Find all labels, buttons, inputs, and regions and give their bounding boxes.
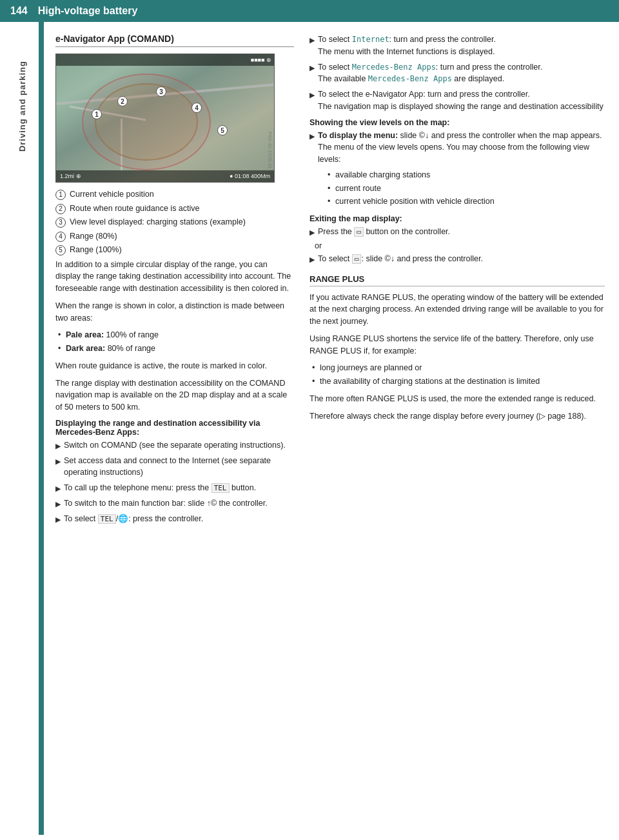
legend-text: Range (80%) [70,231,117,243]
colored-term: Mercedes-Benz Apps [352,63,436,72]
legend-num: 1 [55,190,66,200]
range-plus-section: If you activate RANGE PLUS, the operatin… [310,292,605,423]
legend-text: View level displayed: charging stations … [70,217,246,228]
step-text: Set access data and connect to the Inter… [64,455,294,479]
or-divider: or [315,241,605,250]
arrow-icon: ▶ [310,131,315,142]
tel-code: TEL [98,514,116,524]
main-layout: Driving and parking e-Navigator App (COM… [0,22,619,835]
right-steps-container: ▶To select Internet: turn and press the … [310,34,605,113]
step-text: To call up the telephone menu: press the… [64,482,294,494]
view-level-item: current route [325,183,605,195]
step-text: To switch to the main function bar: slid… [64,497,294,510]
range-plus-para1: If you activate RANGE PLUS, the operatin… [310,292,605,328]
legend-item: 2Route when route guidance is active [55,203,294,215]
legend-num: 2 [55,204,66,214]
colored-term2: Mercedes-Benz Apps [368,74,452,83]
legend-num: 4 [55,232,66,242]
right-column: ▶To select Internet: turn and press the … [310,34,605,528]
left-step-item: ▶To switch to the main function bar: sli… [55,497,294,510]
right-step-item: ▶To select the e-Navigator App: turn and… [310,88,605,113]
map-inner: 1 2 3 4 5 ■■■■ ⊕ 1.2mi ⊕ ● 01:08 400Mm [56,54,274,182]
nav-map-image: 1 2 3 4 5 ■■■■ ⊕ 1.2mi ⊕ ● 01:08 400Mm [55,54,275,183]
legend-item: 3View level displayed: charging stations… [55,217,294,228]
map-num-4: 4 [192,103,202,113]
exit-step-2: ▶ To select ▭: slide ©↓ and press the co… [310,253,605,265]
range-plus-bullet-list: long journeys are planned orthe availabi… [310,362,605,388]
sidebar-label: Driving and parking [17,61,27,152]
legend-text: Route when route guidance is active [70,203,200,215]
step-content: To select Mercedes-Benz Apps: turn and p… [318,61,605,86]
section-title: e-Navigator App (COMAND) [55,34,294,47]
arrow-icon: ▶ [55,514,61,525]
para4: The range display with destination acces… [55,377,294,414]
arrow-icon: ▶ [310,35,315,46]
arrow-icon: ▶ [55,499,61,510]
arrow-icon: ▶ [310,90,315,101]
bullet-pale: Pale area: 100% of range [55,329,294,341]
left-step-item: ▶To call up the telephone menu: press th… [55,482,294,494]
left-step-item: ▶Set access data and connect to the Inte… [55,455,294,479]
legend-item: 4Range (80%) [55,231,294,243]
legend-item: 1Current vehicle position [55,189,294,201]
step-text: To select TEL/🌐: press the controller. [64,513,294,525]
arrow-icon-exit1: ▶ [310,227,315,238]
exit-text-2: To select ▭: slide ©↓ and press the cont… [318,253,605,265]
map-num-5: 5 [217,125,228,135]
bullet-dark: Dark area: 80% of range [55,343,294,355]
map-num-1: 1 [92,109,102,119]
para3: When route guidance is active, the route… [55,360,294,372]
sidebar: Driving and parking [0,22,44,835]
dark-label: Dark area: [66,344,105,353]
legend-text: Range (100%) [70,245,122,256]
legend-num: 3 [55,217,66,228]
range-plus-bullet: long journeys are planned or [310,362,605,374]
heading-exit: Exiting the map display: [310,214,605,223]
two-column-layout: e-Navigator App (COMAND) 1 [55,34,605,528]
display-menu-label: To display the menu: [318,131,398,140]
heading-map: Showing the view levels on the map: [310,118,605,127]
left-column: e-Navigator App (COMAND) 1 [55,34,294,528]
exit-step-1: ▶ Press the ▭ button on the controller. [310,226,605,238]
view-level-item: available charging stations [325,169,605,181]
arrow-icon-exit2: ▶ [310,254,315,265]
range-plus-para3: The more often RANGE PLUS is used, the m… [310,393,605,405]
right-step-item: ▶To select Mercedes-Benz Apps: turn and … [310,61,605,86]
main-content: e-Navigator App (COMAND) 1 [44,22,619,835]
legend-num: 5 [55,245,66,255]
map-top-bar: ■■■■ ⊕ [56,54,274,66]
para1: In addition to a simple circular display… [55,259,294,295]
para2: When the range is shown in color, a dist… [55,300,294,325]
range-plus-para4: Therefore always check the range display… [310,410,605,423]
pale-label: Pale area: [66,330,104,339]
range-plus-heading: RANGE PLUS [310,274,605,286]
page-number: 144 [10,5,28,17]
subheading1: Displaying the range and destination acc… [55,419,294,437]
step-content: To select the e-Navigator App: turn and … [318,88,605,113]
sidebar-accent [39,22,44,835]
header-bar: 144 High-voltage battery [0,0,619,22]
step-content: To select Internet: turn and press the c… [318,34,605,58]
right-step-item: ▶To select Internet: turn and press the … [310,34,605,58]
legend-text: Current vehicle position [70,189,154,201]
button-icon-1: ▭ [354,227,364,237]
map-num-2: 2 [117,96,128,106]
range-plus-para2: Using RANGE PLUS shortens the service li… [310,333,605,357]
left-step-item: ▶Switch on COMAND (see the separate oper… [55,439,294,452]
dark-text: 80% of range [105,344,155,353]
watermark: P82-40-1576-31 [267,132,273,169]
exit-text-1: Press the ▭ button on the controller. [318,226,605,238]
map-display-text: To display the menu: slide ©↓ and press … [318,130,605,166]
arrow-icon: ▶ [310,63,315,74]
view-level-item: current vehicle position with vehicle di… [325,195,605,208]
pale-text: 100% of range [104,330,159,339]
left-step-item: ▶To select TEL/🌐: press the controller. [55,513,294,525]
header-title: High-voltage battery [38,5,138,17]
left-steps: ▶Switch on COMAND (see the separate oper… [55,439,294,525]
map-display-step: ▶ To display the menu: slide ©↓ and pres… [310,130,605,166]
button-icon-2: ▭ [352,254,362,264]
colored-term: Internet [352,35,389,44]
arrow-icon: ▶ [55,483,61,494]
step-text: Switch on COMAND (see the separate opera… [64,439,294,452]
area-bullet-list: Pale area: 100% of range Dark area: 80% … [55,329,294,355]
